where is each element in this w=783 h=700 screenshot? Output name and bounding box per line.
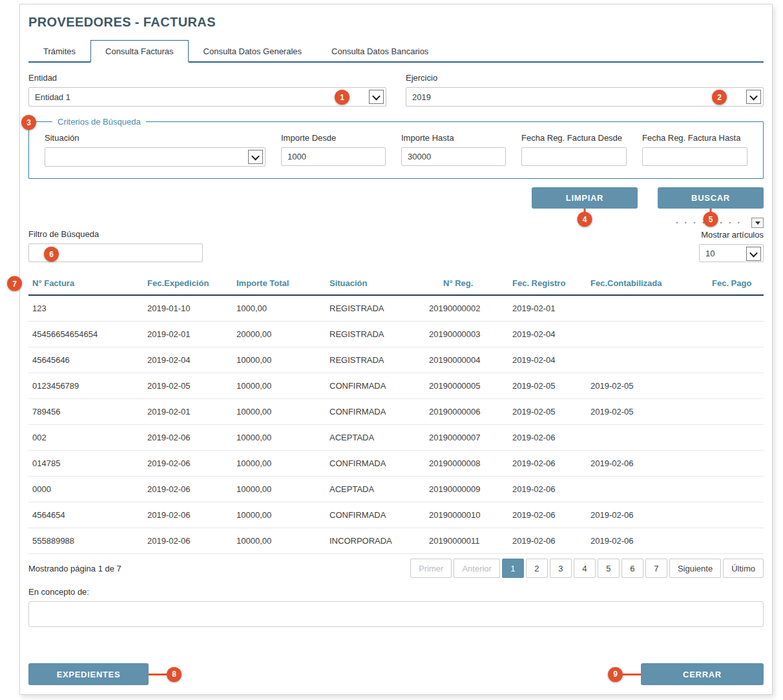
table-cell: 2019-02-06 <box>143 425 233 450</box>
table-cell: 2019-02-05 <box>508 399 587 424</box>
table-cell: REGISTRADA <box>326 296 425 321</box>
tab-consulta-datos-bancarios[interactable]: Consulta Datos Bancarios <box>317 40 443 61</box>
table-row[interactable]: 1232019-01-101000,00REGISTRADA2019000000… <box>28 296 764 322</box>
table-cell: 2019-02-05 <box>587 399 708 424</box>
pagination-summary: Mostrando página 1 de 7 <box>28 564 121 573</box>
table-cell: 10000,00 <box>233 528 326 553</box>
pagination-page-5[interactable]: 5 <box>598 559 620 578</box>
tab-consulta-facturas[interactable]: Consulta Facturas <box>90 40 189 63</box>
table-cell: 10000,00 <box>233 399 326 424</box>
table-cell: 2019-02-06 <box>508 502 587 528</box>
fecha-reg-hasta-label: Fecha Reg. Factura Hasta <box>642 133 747 143</box>
importe-desde-input[interactable] <box>281 147 386 166</box>
annotation-badge-9: 9 <box>608 667 623 682</box>
fecha-reg-desde-field: Fecha Reg. Factura Desde <box>521 133 627 167</box>
table-row[interactable]: 0147852019-02-0610000,00CONFIRMADA201900… <box>28 451 764 477</box>
entidad-select[interactable]: Entidad 1 1 <box>28 87 386 107</box>
fecha-reg-desde-label: Fecha Reg. Factura Desde <box>521 133 627 143</box>
pagination-prev-button[interactable]: Anterior <box>454 559 500 578</box>
table-row[interactable]: 454566546546542019-02-0120000,00REGISTRA… <box>28 322 764 347</box>
table-cell: 2019-02-01 <box>508 296 587 321</box>
ejercicio-select[interactable]: 2019 2 <box>406 87 764 107</box>
column-selector-widget: ········ <box>28 218 764 228</box>
fecha-reg-desde-input[interactable] <box>521 147 627 166</box>
column-header-fec-pago[interactable]: Fec. Pago <box>708 273 764 294</box>
column-header-n-reg[interactable]: N° Reg. <box>425 273 508 294</box>
column-header-importe-total[interactable]: Importe Total <box>233 273 326 294</box>
table-row[interactable]: 5558899882019-02-0610000,00INCORPORADA20… <box>28 528 764 554</box>
pagination-page-2[interactable]: 2 <box>526 559 548 578</box>
criterios-legend: Criterios de Búsqueda <box>52 117 146 127</box>
table-row[interactable]: 00002019-02-0610000,00ACEPTADA2019000000… <box>28 477 764 502</box>
column-header-fec-expedicion[interactable]: Fec.Expedición <box>143 273 233 294</box>
table-cell: 2019-02-06 <box>587 528 708 553</box>
table-cell: 2019-02-01 <box>143 322 233 347</box>
concepto-textarea[interactable] <box>28 601 764 627</box>
pagination-page-3[interactable]: 3 <box>550 559 572 578</box>
table-cell: 20190000007 <box>425 425 508 450</box>
column-header-situacion[interactable]: Situación <box>326 273 425 294</box>
chevron-down-icon <box>746 247 761 261</box>
column-header-fec-contabilizada[interactable]: Fec.Contabilizada <box>587 273 708 294</box>
buscar-button[interactable]: BUSCAR <box>658 187 764 209</box>
table-cell: 2019-02-05 <box>508 373 587 398</box>
table-cell: 4564654 <box>28 502 143 528</box>
table-cell: 2019-02-04 <box>143 347 233 373</box>
table-cell: 2019-02-06 <box>508 477 587 502</box>
table-row[interactable]: 01234567892019-02-0510000,00CONFIRMADA20… <box>28 373 764 399</box>
table-cell: 0000 <box>28 477 143 502</box>
table-row[interactable]: 456456462019-02-0410000,00REGISTRADA2019… <box>28 347 764 373</box>
dropdown-caret-icon[interactable] <box>751 218 764 228</box>
pagination-page-4[interactable]: 4 <box>574 559 596 578</box>
table-cell <box>708 502 764 528</box>
invoice-table-header: 7 N° Factura Fec.Expedición Importe Tota… <box>28 273 764 296</box>
table-cell: 10000,00 <box>233 347 326 373</box>
tab-tramites[interactable]: Trámites <box>28 40 90 61</box>
invoice-table: 7 N° Factura Fec.Expedición Importe Tota… <box>28 273 764 554</box>
table-cell <box>587 322 708 347</box>
table-cell: 20190000003 <box>425 322 508 347</box>
limpiar-button[interactable]: LIMPIAR <box>532 187 638 209</box>
entidad-label: Entidad <box>28 73 386 83</box>
column-header-n-factura[interactable]: N° Factura <box>28 273 143 294</box>
cerrar-button[interactable]: CERRAR <box>641 663 764 685</box>
table-cell: ACEPTADA <box>326 477 425 502</box>
concepto-label: En concepto de: <box>28 587 764 597</box>
annotation-badge-1: 1 <box>335 90 350 105</box>
criterios-busqueda-section: 3 Criterios de Búsqueda Situación Import… <box>28 117 764 179</box>
table-cell: 123 <box>28 296 143 321</box>
situacion-label: Situación <box>45 133 266 143</box>
pagination-page-1[interactable]: 1 <box>502 559 524 578</box>
table-row[interactable]: 7894562019-02-0110000,00CONFIRMADA201900… <box>28 399 764 425</box>
table-cell: ACEPTADA <box>326 425 425 450</box>
table-row[interactable]: 0022019-02-0610000,00ACEPTADA20190000007… <box>28 425 764 451</box>
proveedores-facturas-window: PROVEEDORES - FACTURAS Trámites Consulta… <box>19 4 773 695</box>
importe-hasta-label: Importe Hasta <box>401 133 506 143</box>
table-cell: 2019-02-01 <box>143 399 233 424</box>
tab-consulta-datos-generales[interactable]: Consulta Datos Generales <box>189 40 317 61</box>
annotation-badge-8: 8 <box>167 667 182 682</box>
fecha-reg-hasta-input[interactable] <box>642 147 747 166</box>
table-cell <box>708 528 764 553</box>
mostrar-articulos-select[interactable]: 10 <box>699 244 764 262</box>
importe-hasta-input[interactable] <box>401 147 506 166</box>
pagination-page-7[interactable]: 7 <box>645 559 667 578</box>
column-header-fec-registro[interactable]: Fec. Registro <box>508 273 587 294</box>
table-row[interactable]: 45646542019-02-0610000,00CONFIRMADA20190… <box>28 502 764 528</box>
table-cell: CONFIRMADA <box>326 399 425 424</box>
situacion-select[interactable] <box>45 147 266 167</box>
pagination-first-button[interactable]: Primer <box>410 559 452 578</box>
pagination-next-button[interactable]: Siguiente <box>669 559 721 578</box>
annotation-badge-4: 4 <box>578 212 592 227</box>
table-cell: REGISTRADA <box>326 347 425 373</box>
expedientes-button[interactable]: EXPEDIENTES <box>28 663 149 685</box>
table-cell: 10000,00 <box>233 502 326 528</box>
table-cell <box>708 451 764 476</box>
table-cell: 20190000011 <box>425 528 508 553</box>
pagination-page-6[interactable]: 6 <box>621 559 643 578</box>
annotation-line <box>623 674 641 675</box>
table-cell <box>708 425 764 450</box>
table-cell: 2019-02-06 <box>587 502 708 528</box>
table-cell: 2019-02-06 <box>508 425 587 450</box>
pagination-last-button[interactable]: Último <box>723 559 764 578</box>
